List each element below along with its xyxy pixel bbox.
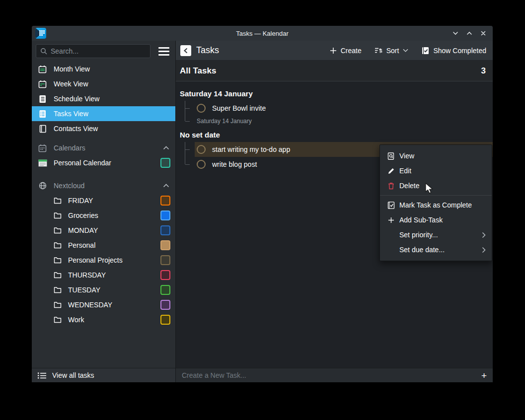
new-task-input[interactable] [182, 371, 480, 379]
task-subtitle-row: Saturday 14 January [176, 116, 493, 127]
list-header: All Tasks 3 [176, 61, 493, 81]
menu-separator [380, 195, 492, 196]
task-complete-circle[interactable] [197, 145, 206, 154]
menu-item-delete[interactable]: Delete [380, 178, 492, 193]
section-header-nextcloud[interactable]: Nextcloud [32, 178, 175, 193]
close-icon [480, 30, 486, 36]
calendar-row-friday[interactable]: FRIDAY [32, 193, 175, 208]
tree-guide [185, 157, 195, 172]
folder-icon [54, 301, 62, 308]
titlebar[interactable]: Tasks — Kalendar [32, 26, 493, 41]
calendar-checkbox[interactable] [160, 210, 170, 220]
search-icon [40, 48, 47, 55]
calendar-row-monday[interactable]: MONDAY [32, 223, 175, 238]
calendar-row-personal[interactable]: Personal [32, 238, 175, 253]
calendar-month-icon [38, 65, 47, 73]
search-input[interactable] [51, 47, 146, 55]
show-completed-button[interactable]: Show Completed [421, 47, 486, 55]
task-count-badge: 3 [481, 66, 486, 76]
add-task-button[interactable]: + [480, 371, 488, 380]
task-title: write blog post [212, 160, 257, 168]
view-title: Tasks [196, 45, 219, 56]
calendar-row-groceries[interactable]: Groceries [32, 208, 175, 223]
calendar-row-tuesday[interactable]: TUESDAY [32, 282, 175, 297]
menu-item-set-priority[interactable]: Set priority... [380, 227, 492, 242]
task-due-date: Saturday 14 January [195, 118, 252, 125]
calendar-label: Personal Calendar [54, 159, 111, 167]
menu-item-edit[interactable]: Edit [380, 163, 492, 178]
sidebar-item-label: Contacts View [54, 125, 98, 133]
folder-icon [54, 197, 62, 204]
task-row[interactable]: Super Bowl invite [176, 101, 493, 116]
calendar-row-work[interactable]: Work [32, 312, 175, 327]
sidebar-item-schedule-view[interactable]: Schedule View [32, 91, 175, 106]
menu-item-set-due-date[interactable]: Set due date... [380, 242, 492, 257]
calendar-checkbox[interactable] [160, 196, 170, 206]
maximize-button[interactable] [465, 29, 474, 38]
folder-icon [54, 227, 62, 234]
menu-button[interactable] [155, 44, 172, 58]
calendar-checkbox[interactable] [160, 300, 170, 310]
calendar-checkbox[interactable] [160, 240, 170, 250]
menu-item-add-subtask[interactable]: Add Sub-Task [380, 212, 492, 227]
calendar-checkbox[interactable] [160, 315, 170, 325]
menu-item-view[interactable]: View [380, 148, 492, 163]
tree-guide [185, 101, 195, 116]
calendar-row-thursday[interactable]: THURSDAY [32, 268, 175, 282]
folder-icon [54, 316, 62, 323]
sort-button[interactable]: Sort [375, 47, 409, 55]
calendar-label: Work [68, 316, 84, 324]
calendar-checkbox[interactable] [160, 225, 170, 235]
main-panel: Tasks Create Sort Show [176, 41, 493, 382]
collapse-chevron-icon[interactable] [163, 146, 169, 150]
calendar-label: MONDAY [68, 226, 98, 234]
close-button[interactable] [479, 29, 488, 38]
calendar-checkbox[interactable] [160, 285, 170, 295]
folder-icon [54, 212, 62, 219]
task-list-bullets-icon [38, 372, 46, 379]
search-box[interactable] [36, 44, 150, 58]
calendar-label: WEDNESDAY [68, 301, 112, 309]
sidebar-item-tasks-view[interactable]: Tasks View [32, 106, 175, 121]
tree-guide [185, 142, 195, 157]
context-menu: View Edit Delete [379, 144, 492, 261]
section-label: Nextcloud [54, 182, 84, 190]
globe-icon [38, 182, 47, 190]
calendar-label: Personal Projects [68, 256, 123, 264]
screen: Tasks — Kalendar [0, 0, 525, 420]
calendar-checkbox[interactable] [160, 270, 170, 280]
chevron-up-icon [466, 30, 472, 36]
calendar-row-wednesday[interactable]: WEDNESDAY [32, 297, 175, 312]
calendar-row-personal-projects[interactable]: Personal Projects [32, 253, 175, 268]
sidebar-item-contacts-view[interactable]: Contacts View [32, 121, 175, 136]
task-complete-circle[interactable] [197, 160, 206, 169]
calendar-row-personal-calendar[interactable]: Personal Calendar [32, 155, 175, 170]
collapse-chevron-icon[interactable] [163, 184, 169, 188]
create-button[interactable]: Create [330, 47, 362, 55]
new-task-bar[interactable]: + [176, 368, 493, 382]
task-complete-circle[interactable] [197, 104, 206, 113]
calendar-checkbox[interactable] [160, 158, 170, 168]
tree-guide [185, 116, 195, 127]
folder-icon [54, 257, 62, 264]
folder-icon [54, 272, 62, 279]
tasks-view-icon [180, 45, 191, 56]
pencil-icon [387, 167, 395, 175]
sidebar-item-label: Schedule View [54, 95, 99, 103]
section-label: Calendars [54, 144, 85, 152]
sidebar-item-month-view[interactable]: Month View [32, 62, 175, 76]
calendar-checkbox[interactable] [160, 255, 170, 265]
sidebar: Month View Week View Schedule View [32, 41, 176, 382]
sidebar-item-week-view[interactable]: Week View [32, 76, 175, 91]
view-all-tasks-button[interactable]: View all tasks [32, 368, 175, 382]
menu-item-mark-complete[interactable]: Mark Task as Complete [380, 198, 492, 212]
contacts-book-icon [38, 125, 47, 133]
sidebar-item-label: Month View [54, 65, 90, 73]
folder-icon [54, 242, 62, 249]
submenu-chevron-icon [482, 247, 486, 253]
calendar-label: Personal [68, 241, 95, 249]
main-toolbar: Tasks Create Sort Show [176, 41, 493, 61]
minimize-button[interactable] [451, 29, 460, 38]
check-journal-icon [387, 202, 395, 209]
section-header-calendars[interactable]: Calendars [32, 140, 175, 155]
